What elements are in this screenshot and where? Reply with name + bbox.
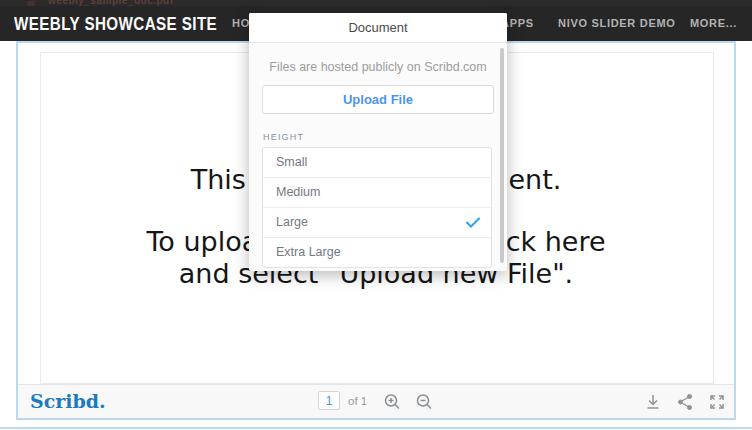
height-option-small[interactable]: Small [263, 148, 491, 177]
zoom-out-icon[interactable] [414, 392, 434, 412]
zoom-in-icon[interactable] [382, 392, 402, 412]
scribd-logo[interactable]: Scribd. [30, 385, 106, 418]
check-icon [466, 217, 480, 228]
nav-item-more[interactable]: MORE... [690, 6, 737, 41]
download-icon[interactable] [643, 392, 663, 412]
height-section-label: HEIGHT [263, 132, 304, 142]
popup-scrollbar-thumb[interactable] [500, 48, 504, 263]
height-option-extra-large[interactable]: Extra Large [263, 237, 491, 267]
popup-hint-text: Files are hosted publicly on Scribd.com [249, 60, 507, 74]
nav-item-nivo-slider-demo[interactable]: NIVO SLIDER DEMO [558, 6, 676, 41]
height-options-list: Small Medium Large Extra Large [262, 147, 492, 268]
fullscreen-icon[interactable] [707, 392, 727, 412]
page-total-label: of 1 [348, 385, 367, 418]
height-option-medium[interactable]: Medium [263, 177, 491, 207]
scribd-toolbar: Scribd. of 1 [18, 384, 734, 418]
height-option-large[interactable]: Large [263, 207, 491, 237]
document-settings-popup: Document Files are hosted publicly on Sc… [249, 13, 507, 271]
upload-file-button[interactable]: Upload File [262, 85, 494, 114]
share-icon[interactable] [675, 392, 695, 412]
popup-title: Document [249, 13, 507, 43]
site-title[interactable]: WEEBLY SHOWCASE SITE [14, 6, 217, 41]
page-number-input[interactable] [318, 391, 340, 410]
section-divider [0, 427, 752, 429]
